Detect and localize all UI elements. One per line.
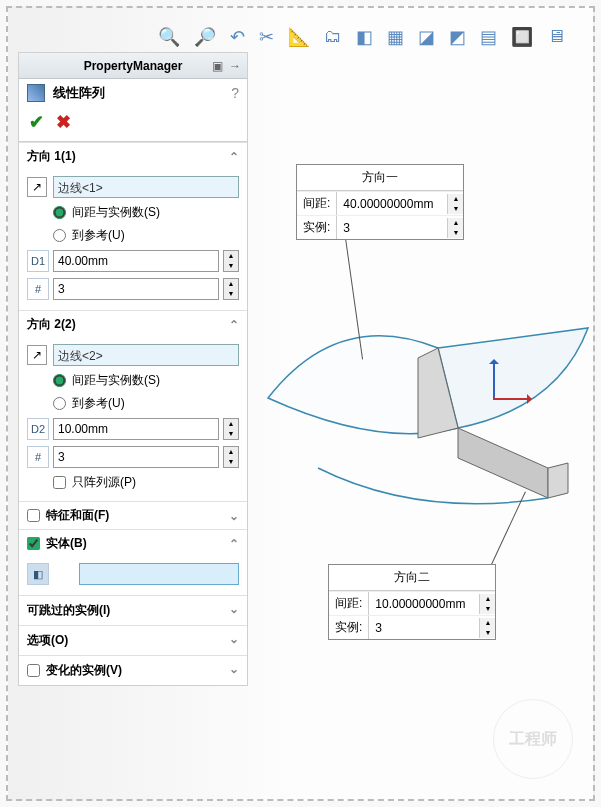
property-manager-panel: PropertyManager ▣ → 线性阵列 ? ✔ ✖ 方向 1(1) ⌃… <box>18 52 248 686</box>
perspective-icon[interactable]: ▤ <box>480 26 497 48</box>
dir2-title: 方向 2(2) <box>27 316 76 333</box>
display-state-icon[interactable]: 🗂 <box>324 26 342 48</box>
help-icon[interactable]: ? <box>231 85 239 101</box>
spinner[interactable]: ▲▼ <box>223 278 239 300</box>
pm-header: PropertyManager ▣ → <box>19 53 247 79</box>
radio-input[interactable] <box>53 397 66 410</box>
linear-pattern-icon <box>27 84 45 102</box>
model-viewport[interactable] <box>258 248 598 568</box>
zoom-area-icon[interactable]: 🔎 <box>194 26 216 48</box>
prev-view-icon[interactable]: ↶ <box>230 26 245 48</box>
check-label: 只阵列源(P) <box>72 474 136 491</box>
cancel-button[interactable]: ✖ <box>56 111 71 133</box>
spinner[interactable]: ▲▼ <box>223 418 239 440</box>
section-label: 选项(O) <box>27 632 68 649</box>
body-select[interactable] <box>79 563 239 585</box>
dir1-header[interactable]: 方向 1(1) ⌃ <box>19 142 247 170</box>
radio-label: 间距与实例数(S) <box>72 372 160 389</box>
spinner[interactable]: ▲▼ <box>447 218 463 238</box>
dir1-count-input[interactable] <box>53 278 219 300</box>
expand-icon: ⌄ <box>229 632 239 649</box>
spinner[interactable]: ▲▼ <box>479 594 495 614</box>
dir1-edge-select[interactable]: 边线<1> <box>53 176 239 198</box>
checkbox-input[interactable] <box>27 509 40 522</box>
dir1-spacing-input[interactable] <box>53 250 219 272</box>
count-d1-icon: # <box>27 278 49 300</box>
shadow-icon[interactable]: ◪ <box>418 26 435 48</box>
options-header[interactable]: 选项(O) ⌄ <box>19 625 247 655</box>
section-label: 变化的实例(V) <box>46 662 122 679</box>
spinner[interactable]: ▲▼ <box>223 250 239 272</box>
spinner[interactable]: ▲▼ <box>223 446 239 468</box>
radio-label: 到参考(U) <box>72 395 125 412</box>
feature-title: 线性阵列 <box>53 84 105 102</box>
ok-button[interactable]: ✔ <box>29 111 44 133</box>
spacing-d2-icon: D2 <box>27 418 49 440</box>
dir1-ref-radio[interactable]: 到参考(U) <box>27 227 239 244</box>
dir1-body: ↗ 边线<1> 间距与实例数(S) 到参考(U) D1 ▲▼ # ▲▼ <box>19 170 247 310</box>
zoom-fit-icon[interactable]: 🔍 <box>158 26 180 48</box>
x-axis-icon <box>493 398 529 400</box>
count-label: 实例: <box>297 216 337 239</box>
callout-dir1[interactable]: 方向一 间距: 40.00000000mm ▲▼ 实例: 3 ▲▼ <box>296 164 464 240</box>
body-icon: ◧ <box>27 563 49 585</box>
callout-title: 方向二 <box>329 565 495 591</box>
spinner[interactable]: ▲▼ <box>447 194 463 214</box>
radio-input[interactable] <box>53 206 66 219</box>
section-label: 特征和面(F) <box>46 507 109 524</box>
hide-show-icon[interactable]: 🔲 <box>511 26 533 48</box>
count-value[interactable]: 3 <box>369 618 479 638</box>
render-icon[interactable]: 🖥 <box>547 26 565 48</box>
feature-header: 线性阵列 ? <box>19 79 247 107</box>
dir1-title: 方向 1(1) <box>27 148 76 165</box>
radio-label: 间距与实例数(S) <box>72 204 160 221</box>
dir2-ref-radio[interactable]: 到参考(U) <box>27 395 239 412</box>
y-axis-icon <box>493 362 495 398</box>
section-label: 实体(B) <box>46 535 87 552</box>
spinner[interactable]: ▲▼ <box>479 618 495 638</box>
confirm-row: ✔ ✖ <box>19 107 247 142</box>
radio-input[interactable] <box>53 229 66 242</box>
section-label: 可跳过的实例(I) <box>27 602 110 619</box>
section-icon[interactable]: ✂ <box>259 26 274 48</box>
direction-arrow-icon[interactable]: ↗ <box>27 177 47 197</box>
count-value[interactable]: 3 <box>337 218 447 238</box>
dir1-spacing-radio[interactable]: 间距与实例数(S) <box>27 204 239 221</box>
dir2-spacing-radio[interactable]: 间距与实例数(S) <box>27 372 239 389</box>
pm-pushpin-icon[interactable]: → <box>229 59 241 73</box>
dir2-header[interactable]: 方向 2(2) ⌃ <box>19 310 247 338</box>
skip-header[interactable]: 可跳过的实例(I) ⌄ <box>19 595 247 625</box>
dir2-body: ↗ 边线<2> 间距与实例数(S) 到参考(U) D2 ▲▼ # ▲▼ <box>19 338 247 501</box>
dir2-count-input[interactable] <box>53 446 219 468</box>
callout-dir2[interactable]: 方向二 间距: 10.00000000mm ▲▼ 实例: 3 ▲▼ <box>328 564 496 640</box>
spacing-value[interactable]: 40.00000000mm <box>337 194 447 214</box>
shaded-icon[interactable]: ◧ <box>356 26 373 48</box>
bodies-body: ◧ <box>19 557 247 595</box>
seed-only-check[interactable]: 只阵列源(P) <box>27 474 239 491</box>
direction-arrow-icon[interactable]: ↗ <box>27 345 47 365</box>
measure-icon[interactable]: 📐 <box>288 26 310 48</box>
bodies-header[interactable]: 实体(B) ⌃ <box>19 529 247 557</box>
expand-icon: ⌄ <box>229 509 239 523</box>
callout-title: 方向一 <box>297 165 463 191</box>
count-label: 实例: <box>329 616 369 639</box>
spacing-value[interactable]: 10.00000000mm <box>369 594 479 614</box>
spacing-d1-icon: D1 <box>27 250 49 272</box>
count-d2-icon: # <box>27 446 49 468</box>
collapse-icon: ⌃ <box>229 537 239 551</box>
expand-icon: ⌄ <box>229 662 239 679</box>
varied-header[interactable]: 变化的实例(V) ⌄ <box>19 655 247 685</box>
dir2-edge-select[interactable]: 边线<2> <box>53 344 239 366</box>
ao-icon[interactable]: ◩ <box>449 26 466 48</box>
features-header[interactable]: 特征和面(F) ⌄ <box>19 501 247 529</box>
app-frame: 🔍 🔎 ↶ ✂ 📐 🗂 ◧ ▦ ◪ ◩ ▤ 🔲 🖥 PropertyManage… <box>6 6 595 801</box>
wireframe-icon[interactable]: ▦ <box>387 26 404 48</box>
checkbox-input[interactable] <box>53 476 66 489</box>
pm-pin-icon[interactable]: ▣ <box>212 59 223 73</box>
checkbox-input[interactable] <box>27 664 40 677</box>
pm-title: PropertyManager <box>84 59 183 73</box>
checkbox-input[interactable] <box>27 537 40 550</box>
collapse-icon: ⌃ <box>229 150 239 164</box>
dir2-spacing-input[interactable] <box>53 418 219 440</box>
radio-input[interactable] <box>53 374 66 387</box>
